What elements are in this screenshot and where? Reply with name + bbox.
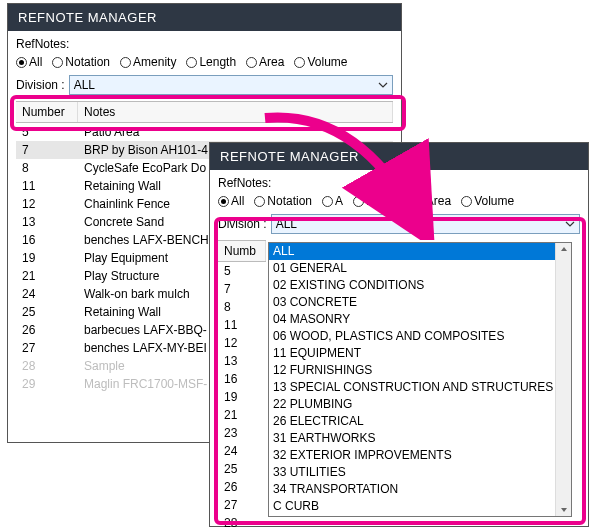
table-rows: 5781112131619212324252627282930 bbox=[218, 262, 266, 529]
radio-icon bbox=[52, 57, 63, 68]
division-combo[interactable]: ALL bbox=[69, 75, 393, 95]
cell-number: 12 bbox=[16, 197, 78, 211]
table-row[interactable]: 7 bbox=[218, 280, 266, 298]
table-row[interactable]: 13 bbox=[218, 352, 266, 370]
dropdown-option[interactable]: ALL bbox=[269, 243, 571, 260]
table-row[interactable]: 23 bbox=[218, 424, 266, 442]
radio-label: Volume bbox=[474, 194, 514, 208]
table-row[interactable]: 24 bbox=[218, 442, 266, 460]
dropdown-option[interactable]: C CURB bbox=[269, 498, 571, 515]
cell-number: 8 bbox=[16, 161, 78, 175]
division-combo-value: ALL bbox=[74, 78, 95, 92]
table-row[interactable]: 16 bbox=[218, 370, 266, 388]
dropdown-option[interactable]: 33 UTILITIES bbox=[269, 464, 571, 481]
table-row[interactable]: 19 bbox=[218, 388, 266, 406]
table-row[interactable]: 5 bbox=[218, 262, 266, 280]
filter-radio-notation[interactable]: Notation bbox=[52, 55, 110, 69]
filter-radio-area[interactable]: Area bbox=[246, 55, 284, 69]
dropdown-scrollbar[interactable] bbox=[555, 243, 571, 516]
cell-number: 28 bbox=[218, 516, 266, 529]
radio-label: Area bbox=[259, 55, 284, 69]
table-row[interactable]: 25 bbox=[218, 460, 266, 478]
cell-number: 25 bbox=[218, 462, 266, 476]
cell-number: 28 bbox=[16, 359, 78, 373]
scroll-up-icon[interactable] bbox=[560, 245, 568, 253]
filter-radio-volume[interactable]: Volume bbox=[461, 194, 514, 208]
division-combo-value: ALL bbox=[276, 217, 297, 231]
dropdown-option[interactable]: 11 EQUIPMENT bbox=[269, 345, 571, 362]
division-label: Division : bbox=[218, 217, 267, 231]
cell-number: 8 bbox=[218, 300, 266, 314]
dropdown-option[interactable]: 31 EARTHWORKS bbox=[269, 430, 571, 447]
radio-icon bbox=[254, 196, 265, 207]
radio-label: A bbox=[335, 194, 343, 208]
col-number[interactable]: Number bbox=[16, 102, 78, 122]
filter-radio-notation[interactable]: Notation bbox=[254, 194, 312, 208]
cell-number: 12 bbox=[218, 336, 266, 350]
radio-label: Length bbox=[366, 194, 403, 208]
dropdown-option[interactable]: D DEMOLITION bbox=[269, 515, 571, 517]
table-row[interactable]: 27 bbox=[218, 496, 266, 514]
dropdown-option[interactable]: 22 PLUMBING bbox=[269, 396, 571, 413]
cell-number: 24 bbox=[16, 287, 78, 301]
division-label: Division : bbox=[16, 78, 65, 92]
radio-icon bbox=[353, 196, 364, 207]
dropdown-option[interactable]: 02 EXISTING CONDITIONS bbox=[269, 277, 571, 294]
cell-number: 5 bbox=[16, 125, 78, 139]
filter-radio-length[interactable]: Length bbox=[353, 194, 403, 208]
cell-number: 11 bbox=[218, 318, 266, 332]
radio-icon bbox=[413, 196, 424, 207]
filter-radio-all[interactable]: All bbox=[218, 194, 244, 208]
filter-radio-amenity[interactable]: Amenity bbox=[120, 55, 176, 69]
col-notes[interactable]: Notes bbox=[78, 102, 393, 122]
dropdown-option[interactable]: 34 TRANSPORTATION bbox=[269, 481, 571, 498]
dropdown-option[interactable]: 04 MASONRY bbox=[269, 311, 571, 328]
titlebar: REFNOTE MANAGER bbox=[8, 4, 401, 31]
refnotes-label: RefNotes: bbox=[16, 37, 393, 51]
division-dropdown[interactable]: ALL01 GENERAL02 EXISTING CONDITIONS03 CO… bbox=[268, 242, 572, 517]
cell-number: 21 bbox=[16, 269, 78, 283]
dropdown-option[interactable]: 32 EXTERIOR IMPROVEMENTS bbox=[269, 447, 571, 464]
filter-radio-area[interactable]: Area bbox=[413, 194, 451, 208]
chevron-down-icon bbox=[565, 219, 575, 229]
col-number[interactable]: Numb bbox=[218, 241, 266, 261]
radio-icon bbox=[246, 57, 257, 68]
radio-label: Notation bbox=[267, 194, 312, 208]
cell-number: 16 bbox=[218, 372, 266, 386]
table-row[interactable]: 5Patio Area bbox=[16, 123, 393, 141]
cell-number: 13 bbox=[218, 354, 266, 368]
filter-radio-volume[interactable]: Volume bbox=[294, 55, 347, 69]
cell-number: 11 bbox=[16, 179, 78, 193]
chevron-down-icon bbox=[378, 80, 388, 90]
division-combo[interactable]: ALL bbox=[271, 214, 580, 234]
dropdown-option[interactable]: 06 WOOD, PLASTICS AND COMPOSITES bbox=[269, 328, 571, 345]
dropdown-option[interactable]: 03 CONCRETE bbox=[269, 294, 571, 311]
table-header: Number Notes bbox=[16, 101, 393, 123]
table-row[interactable]: 11 bbox=[218, 316, 266, 334]
table-row[interactable]: 28 bbox=[218, 514, 266, 529]
scroll-down-icon[interactable] bbox=[560, 506, 568, 514]
window-title: REFNOTE MANAGER bbox=[18, 10, 157, 25]
cell-number: 23 bbox=[218, 426, 266, 440]
dropdown-option[interactable]: 26 ELECTRICAL bbox=[269, 413, 571, 430]
dropdown-option[interactable]: 13 SPECIAL CONSTRUCTION AND STRUCTURES bbox=[269, 379, 571, 396]
radio-label: All bbox=[231, 194, 244, 208]
filter-radio-all[interactable]: All bbox=[16, 55, 42, 69]
cell-number: 24 bbox=[218, 444, 266, 458]
table-row[interactable]: 12 bbox=[218, 334, 266, 352]
dropdown-option[interactable]: 01 GENERAL bbox=[269, 260, 571, 277]
table-row[interactable]: 21 bbox=[218, 406, 266, 424]
radio-label: Length bbox=[199, 55, 236, 69]
radio-icon bbox=[16, 57, 27, 68]
filter-radio-a[interactable]: A bbox=[322, 194, 343, 208]
filter-radio-length[interactable]: Length bbox=[186, 55, 236, 69]
cell-number: 7 bbox=[16, 143, 78, 157]
dropdown-option[interactable]: 12 FURNISHINGS bbox=[269, 362, 571, 379]
table-row[interactable]: 8 bbox=[218, 298, 266, 316]
cell-number: 26 bbox=[16, 323, 78, 337]
cell-number: 27 bbox=[16, 341, 78, 355]
radio-icon bbox=[186, 57, 197, 68]
table-row[interactable]: 26 bbox=[218, 478, 266, 496]
radio-label: All bbox=[29, 55, 42, 69]
cell-number: 26 bbox=[218, 480, 266, 494]
